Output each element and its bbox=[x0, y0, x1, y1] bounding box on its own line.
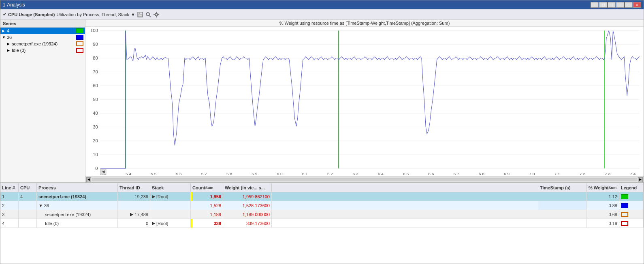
cell-thread-2 bbox=[118, 201, 150, 210]
cell-weight-4: 339.173600 bbox=[223, 219, 272, 228]
expand-idle[interactable]: ▶ bbox=[7, 48, 11, 52]
cell-stack-3 bbox=[150, 210, 191, 219]
title-bar: 1 Analysis ─ ◻ □ ─ ◻ ✕ bbox=[0, 0, 644, 9]
svg-text:90: 90 bbox=[93, 42, 98, 47]
table-row[interactable]: 1 4 secnetperf.exe (19324) 19,236 ▶ [Roo… bbox=[0, 192, 644, 201]
cell-legend-4 bbox=[619, 219, 644, 228]
cell-stack-2 bbox=[150, 201, 191, 210]
close-button[interactable]: ✕ bbox=[633, 2, 641, 8]
svg-text:70: 70 bbox=[93, 70, 98, 75]
minimize-button[interactable]: ─ bbox=[591, 2, 599, 8]
header-process[interactable]: Process bbox=[37, 183, 118, 192]
svg-text:5.5: 5.5 bbox=[151, 172, 157, 176]
view-dropdown[interactable]: ▼ bbox=[131, 12, 135, 17]
settings-icon[interactable] bbox=[153, 11, 160, 18]
series-item-idle[interactable]: ▶ Idle (0) bbox=[0, 47, 85, 54]
maximize-button[interactable]: □ bbox=[608, 2, 616, 8]
header-weight[interactable]: Weight (in vie... s... bbox=[223, 183, 272, 192]
expand-row2[interactable]: ▼ bbox=[38, 203, 43, 208]
chart-container[interactable]: 100 90 80 70 60 50 40 30 20 10 0 5.3 5.4… bbox=[85, 27, 644, 176]
svg-line-4 bbox=[149, 15, 151, 17]
cell-line-3: 3 bbox=[0, 210, 19, 219]
table-body: 1 4 secnetperf.exe (19324) 19,236 ▶ [Roo… bbox=[0, 192, 644, 264]
tab-label[interactable]: CPU Usage (Sampled) bbox=[8, 12, 55, 17]
header-pctweight[interactable]: % Weight Sum bbox=[587, 183, 619, 192]
restore-button[interactable]: ◻ bbox=[599, 2, 607, 8]
series-item-4[interactable]: ▶ 4 bbox=[0, 28, 85, 34]
search-icon[interactable] bbox=[145, 11, 151, 18]
expand-stack-3[interactable]: ▶ bbox=[130, 212, 133, 217]
cell-legend-3 bbox=[619, 210, 644, 219]
series-label-idle: Idle (0) bbox=[12, 48, 76, 53]
cell-stack-1: ▶ [Root] bbox=[150, 192, 191, 201]
content-area: Series ▶ 4 ▼ 36 ▶ secnetperf.exe (19324) bbox=[0, 20, 644, 182]
cell-process-2: ▼ 36 bbox=[37, 201, 118, 210]
svg-text:6.3: 6.3 bbox=[352, 172, 358, 176]
chart-scrollbar[interactable]: ◀ ▶ bbox=[85, 176, 644, 182]
svg-text:◀: ◀ bbox=[102, 170, 105, 174]
header-count[interactable]: Count Sum bbox=[191, 183, 223, 192]
cell-count-3: 1,189 bbox=[191, 210, 223, 219]
expand-4[interactable]: ▶ bbox=[2, 29, 6, 33]
save-icon[interactable] bbox=[137, 11, 143, 18]
svg-text:60: 60 bbox=[93, 83, 98, 88]
expand-stack-4[interactable]: ▶ bbox=[152, 221, 155, 226]
window-controls[interactable]: ─ ◻ □ ─ ◻ ✕ bbox=[591, 2, 641, 8]
scroll-right-button[interactable]: ▶ bbox=[638, 177, 643, 182]
window-number: 1 bbox=[3, 2, 5, 7]
series-color-36 bbox=[76, 35, 83, 40]
cell-line-2: 2 bbox=[0, 201, 19, 210]
series-item-36[interactable]: ▼ 36 bbox=[0, 34, 85, 41]
expand-secnetperf[interactable]: ▶ bbox=[7, 42, 11, 46]
cell-line-4: 4 bbox=[0, 219, 19, 228]
table-row[interactable]: 3 secnetperf.exe (19324) ▶ 17,488 1,189 … bbox=[0, 210, 644, 219]
toolbar-check: ✔ bbox=[3, 12, 6, 17]
series-color-idle bbox=[76, 48, 83, 53]
cell-cpu-4 bbox=[19, 219, 37, 228]
cell-pctweight-1: 1.12 bbox=[587, 192, 619, 201]
cell-timestamp-4 bbox=[538, 219, 587, 228]
svg-text:7.4: 7.4 bbox=[630, 172, 636, 176]
svg-text:10: 10 bbox=[93, 152, 98, 157]
cell-stack-4: ▶ [Root] bbox=[150, 219, 191, 228]
scroll-left-button[interactable]: ◀ bbox=[86, 177, 91, 182]
header-stack[interactable]: Stack bbox=[150, 183, 191, 192]
cell-timestamp-1 bbox=[538, 192, 587, 201]
svg-text:6.8: 6.8 bbox=[479, 172, 485, 176]
series-label-36: 36 bbox=[7, 35, 76, 40]
sidebar: Series ▶ 4 ▼ 36 ▶ secnetperf.exe (19324) bbox=[0, 20, 85, 182]
svg-text:7.1: 7.1 bbox=[554, 172, 560, 176]
window-title: Analysis bbox=[7, 2, 25, 8]
table-row[interactable]: 2 ▼ 36 1,528 1,528.173600 0.88 bbox=[0, 201, 644, 210]
header-timestamp[interactable]: TimeStamp (s) bbox=[538, 183, 587, 192]
cell-weight-1: 1,959.862100 bbox=[223, 192, 272, 201]
expand-36[interactable]: ▼ bbox=[2, 35, 6, 39]
series-item-secnetperf[interactable]: ▶ secnetperf.exe (19324) bbox=[0, 41, 85, 47]
scroll-track[interactable] bbox=[92, 178, 637, 181]
cell-process-3: secnetperf.exe (19324) bbox=[37, 210, 118, 219]
table-row[interactable]: 4 Idle (0) 0 ▶ [Root] 339 339.173600 0.1… bbox=[0, 219, 644, 228]
svg-text:20: 20 bbox=[93, 138, 98, 143]
cell-pctweight-2: 0.88 bbox=[587, 201, 619, 210]
close-button3[interactable]: ◻ bbox=[625, 2, 633, 8]
svg-text:5.9: 5.9 bbox=[252, 172, 257, 176]
cell-timestamp-3 bbox=[538, 210, 587, 219]
close-button2[interactable]: ─ bbox=[616, 2, 624, 8]
expand-stack-1[interactable]: ▶ bbox=[152, 194, 155, 199]
header-thread[interactable]: Thread ID bbox=[118, 183, 150, 192]
header-legend[interactable]: Legend bbox=[619, 183, 644, 192]
svg-text:50: 50 bbox=[93, 97, 98, 102]
toolbar: ✔ CPU Usage (Sampled) Utilization by Pro… bbox=[0, 9, 644, 20]
header-cpu[interactable]: CPU bbox=[19, 183, 37, 192]
svg-rect-10 bbox=[85, 27, 644, 176]
bottom-panel: Line # CPU Process Thread ID Stack Count… bbox=[0, 182, 644, 264]
cell-thread-4: 0 bbox=[118, 219, 150, 228]
view-label: Utilization by Process, Thread, Stack bbox=[57, 12, 130, 17]
svg-text:6.7: 6.7 bbox=[453, 172, 459, 176]
svg-text:100: 100 bbox=[90, 28, 98, 33]
svg-text:7.2: 7.2 bbox=[580, 172, 585, 176]
cell-weight-2: 1,528.173600 bbox=[223, 201, 272, 210]
svg-text:40: 40 bbox=[93, 111, 98, 116]
cell-weight-3: 1,189.000000 bbox=[223, 210, 272, 219]
header-line[interactable]: Line # bbox=[0, 183, 19, 192]
